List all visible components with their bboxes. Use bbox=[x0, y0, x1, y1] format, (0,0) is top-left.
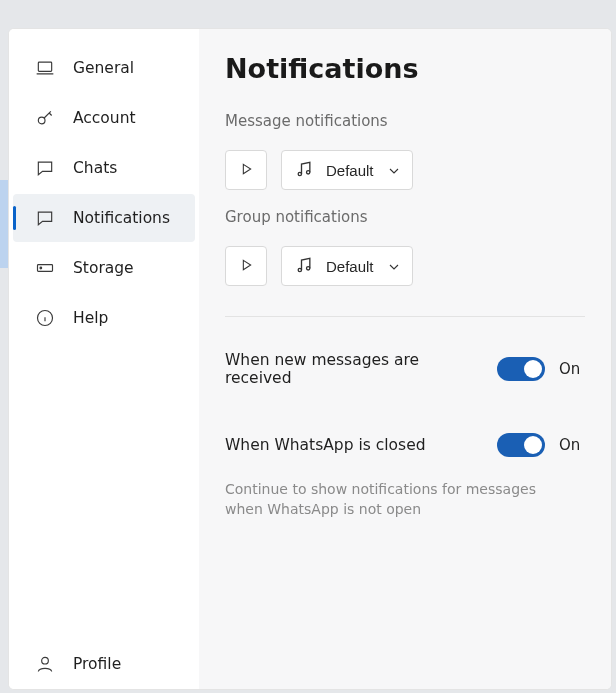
group-sound-row: Default bbox=[225, 246, 585, 286]
message-play-button[interactable] bbox=[225, 150, 267, 190]
wa-closed-help-text: Continue to show notifications for messa… bbox=[225, 479, 565, 520]
toggle-state-text: On bbox=[559, 360, 585, 378]
sidebar-item-chats[interactable]: Chats bbox=[13, 144, 195, 192]
sidebar-item-general[interactable]: General bbox=[13, 44, 195, 92]
laptop-icon bbox=[35, 58, 55, 78]
svg-point-1 bbox=[38, 117, 45, 124]
svg-point-7 bbox=[307, 170, 310, 173]
sidebar-item-label: Profile bbox=[73, 655, 121, 673]
settings-window: General Account Chats Notifications Stor bbox=[8, 28, 612, 690]
wa-closed-toggle[interactable] bbox=[497, 433, 545, 457]
toggle-row-wa-closed: When WhatsApp is closed On bbox=[225, 433, 585, 457]
group-sound-value: Default bbox=[326, 258, 374, 275]
toggle-state-text: On bbox=[559, 436, 585, 454]
sidebar-item-account[interactable]: Account bbox=[13, 94, 195, 142]
sidebar-item-label: General bbox=[73, 59, 134, 77]
key-icon bbox=[35, 108, 55, 128]
sidebar-item-label: Account bbox=[73, 109, 136, 127]
svg-point-6 bbox=[298, 172, 301, 175]
music-note-icon bbox=[294, 159, 314, 182]
group-sound-select[interactable]: Default bbox=[281, 246, 413, 286]
toggle-label: When WhatsApp is closed bbox=[225, 436, 483, 454]
page-title: Notifications bbox=[225, 53, 585, 84]
sidebar-item-help[interactable]: Help bbox=[13, 294, 195, 342]
settings-sidebar: General Account Chats Notifications Stor bbox=[9, 29, 199, 689]
sidebar-item-label: Notifications bbox=[73, 209, 170, 227]
sidebar-item-notifications[interactable]: Notifications bbox=[13, 194, 195, 242]
message-notifications-label: Message notifications bbox=[225, 112, 585, 130]
storage-icon bbox=[35, 258, 55, 278]
info-icon bbox=[35, 308, 55, 328]
sidebar-item-profile[interactable]: Profile bbox=[13, 640, 195, 688]
svg-point-5 bbox=[42, 657, 49, 664]
svg-point-3 bbox=[40, 267, 42, 269]
toggle-knob bbox=[524, 360, 542, 378]
play-icon bbox=[238, 161, 254, 180]
svg-point-8 bbox=[298, 268, 301, 271]
person-icon bbox=[35, 654, 55, 674]
music-note-icon bbox=[294, 255, 314, 278]
sidebar-item-storage[interactable]: Storage bbox=[13, 244, 195, 292]
toggle-label: When new messages are received bbox=[225, 351, 483, 387]
chevron-down-icon bbox=[386, 259, 400, 273]
chat-notification-icon bbox=[35, 208, 55, 228]
message-sound-value: Default bbox=[326, 162, 374, 179]
toggle-knob bbox=[524, 436, 542, 454]
toggle-row-new-messages: When new messages are received On bbox=[225, 351, 585, 387]
settings-content: Notifications Message notifications Defa… bbox=[199, 29, 611, 689]
divider bbox=[225, 316, 585, 317]
group-notifications-label: Group notifications bbox=[225, 208, 585, 226]
new-messages-toggle[interactable] bbox=[497, 357, 545, 381]
sidebar-item-label: Chats bbox=[73, 159, 117, 177]
chevron-down-icon bbox=[386, 163, 400, 177]
chat-icon bbox=[35, 158, 55, 178]
message-sound-row: Default bbox=[225, 150, 585, 190]
message-sound-select[interactable]: Default bbox=[281, 150, 413, 190]
play-icon bbox=[238, 257, 254, 276]
svg-rect-0 bbox=[38, 62, 51, 71]
sidebar-item-label: Storage bbox=[73, 259, 134, 277]
sidebar-item-label: Help bbox=[73, 309, 108, 327]
selection-stripe bbox=[0, 180, 8, 268]
group-play-button[interactable] bbox=[225, 246, 267, 286]
svg-point-9 bbox=[307, 266, 310, 269]
